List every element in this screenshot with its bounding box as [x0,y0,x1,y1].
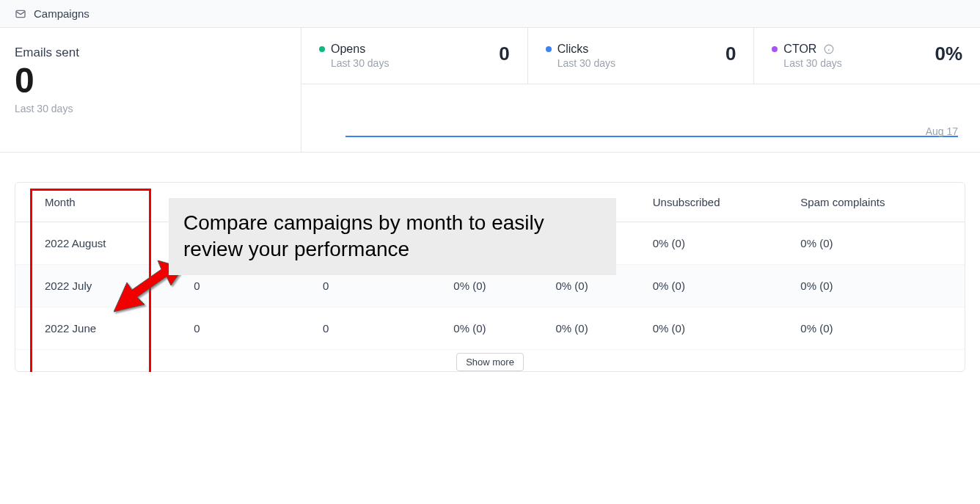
metric-label: Opens [331,43,365,56]
metric-card-opens[interactable]: Opens Last 30 days 0 [301,28,528,84]
info-icon[interactable] [824,44,834,54]
annotation-callout: Compare campaigns by month to easily rev… [169,198,616,275]
metric-sublabel: Last 30 days [557,57,615,69]
chart-x-label: Aug 17 [926,125,958,137]
metric-value: 0% [935,43,962,65]
metric-label: CTOR [783,43,816,56]
cell-unsubscribed: 0% (0) [641,307,789,350]
metric-card-clicks[interactable]: Clicks Last 30 days 0 [528,28,755,84]
col-unsubscribed[interactable]: Unsubscribed [641,183,789,222]
stats-row: Emails sent 0 Last 30 days Opens Last 30… [0,28,980,153]
metric-sublabel: Last 30 days [783,57,841,69]
cell-month: 2022 August [15,222,182,265]
col-spam[interactable]: Spam complaints [789,183,965,222]
col-month[interactable]: Month [15,183,182,222]
metric-sublabel: Last 30 days [331,57,389,69]
metric-value: 0 [725,43,736,65]
dot-icon [772,46,778,52]
cell-opened: 0% (0) [442,307,544,350]
emails-sent-label: Emails sent [15,45,286,60]
cell-spam: 0% (0) [789,307,965,350]
cell-unsubscribed: 0% (0) [641,265,789,307]
mail-icon [15,8,26,20]
page-title: Campaigns [34,7,89,20]
dot-icon [546,46,552,52]
cell-unsubscribed: 0% (0) [641,222,789,265]
cell-campaigns: 0 [182,307,311,350]
topbar: Campaigns [0,0,980,28]
emails-sent-card: Emails sent 0 Last 30 days [0,28,301,152]
emails-sent-sublabel: Last 30 days [15,103,286,114]
metric-label: Clicks [557,43,589,56]
chart-line [345,136,958,137]
cell-clicked: 0% (0) [544,307,640,350]
metric-card-ctor[interactable]: CTOR Last 30 days 0% [754,28,980,84]
metric-value: 0 [499,43,509,65]
cell-emails-sent: 0 [311,307,442,350]
emails-sent-value: 0 [15,63,286,98]
cell-spam: 0% (0) [789,265,965,307]
chart-area: Aug 17 [301,84,980,152]
dot-icon [319,46,325,52]
cell-spam: 0% (0) [789,222,965,265]
show-more-button[interactable]: Show more [456,353,524,371]
